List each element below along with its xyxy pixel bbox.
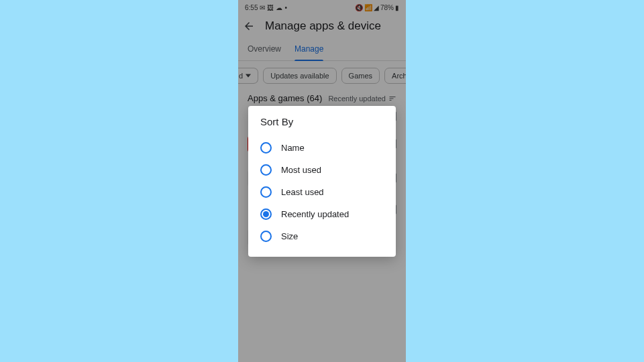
sort-by-dialog: Sort By Name Most used Least used Recent… — [248, 106, 396, 257]
radio-icon — [260, 142, 272, 154]
radio-icon — [260, 186, 272, 198]
sort-option-name[interactable]: Name — [260, 137, 384, 159]
phone-frame: 6:55 ✉ 🖼 ☁ • 🔇 📶 ◢ 78% ▮ Manage apps & d… — [238, 0, 406, 362]
radio-icon-selected — [260, 208, 272, 220]
radio-icon — [260, 164, 272, 176]
radio-icon — [260, 231, 272, 242]
sort-option-most-used[interactable]: Most used — [260, 159, 384, 181]
sort-option-size[interactable]: Size — [260, 225, 384, 247]
sort-option-recently-updated[interactable]: Recently updated — [260, 203, 384, 225]
sort-option-least-used[interactable]: Least used — [260, 181, 384, 203]
dialog-title: Sort By — [260, 116, 384, 127]
